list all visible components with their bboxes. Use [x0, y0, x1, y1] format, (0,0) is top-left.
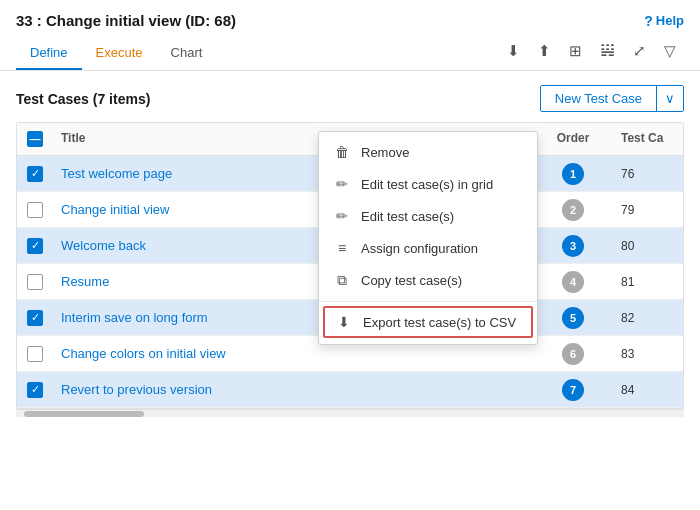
section-header: Test Cases (7 items) New Test Case ∨	[16, 85, 684, 112]
context-menu: 🗑 Remove ✏ Edit test case(s) in grid ✏ E…	[318, 131, 538, 345]
row-4-check[interactable]	[17, 274, 53, 290]
row-4-testcase: 81	[613, 269, 683, 295]
context-menu-remove[interactable]: 🗑 Remove	[319, 136, 537, 168]
help-link[interactable]: ? Help	[644, 13, 684, 29]
row-3-order: 3	[533, 229, 613, 263]
app-container: 33 : Change initial view (ID: 68) ? Help…	[0, 0, 700, 417]
assign-icon: ≡	[333, 240, 351, 256]
row-5-checkbox[interactable]	[27, 310, 43, 326]
row-6-check[interactable]	[17, 346, 53, 362]
row-1-check[interactable]	[17, 166, 53, 182]
section-title: Test Cases (7 items)	[16, 91, 150, 107]
row-1-testcase: 76	[613, 161, 683, 187]
context-menu-export-csv[interactable]: ⬇ Export test case(s) to CSV	[323, 306, 533, 338]
export-csv-icon: ⬇	[335, 314, 353, 330]
header-title-row: 33 : Change initial view (ID: 68) ? Help	[16, 12, 684, 29]
context-menu-assign[interactable]: ≡ Assign configuration	[319, 232, 537, 264]
content-area: Test Cases (7 items) New Test Case ∨ Tit…	[0, 71, 700, 417]
row-6-checkbox[interactable]	[27, 346, 43, 362]
context-menu-copy[interactable]: ⧉ Copy test case(s)	[319, 264, 537, 297]
table-row: Revert to previous version 7 84	[17, 372, 683, 408]
header-order: Order	[533, 129, 613, 149]
copy-icon: ⧉	[333, 272, 351, 289]
header: 33 : Change initial view (ID: 68) ? Help…	[0, 0, 700, 71]
header-testcase: Test Ca	[613, 129, 683, 149]
toolbar-icons: ⬇ ⬆ ⊞ 𝍏 ⤢ ▽	[503, 38, 684, 69]
row-4-order: 4	[533, 265, 613, 299]
row-3-check[interactable]	[17, 238, 53, 254]
row-2-testcase: 79	[613, 197, 683, 223]
edit-case-icon: ✏	[333, 208, 351, 224]
new-test-case-button[interactable]: New Test Case	[541, 86, 656, 111]
row-7-check[interactable]	[17, 382, 53, 398]
tabs-left: Define Execute Chart	[16, 37, 216, 70]
row-2-order-badge: 2	[562, 199, 584, 221]
row-6-order-badge: 6	[562, 343, 584, 365]
tabs-bar: Define Execute Chart ⬇ ⬆ ⊞ 𝍏 ⤢ ▽	[16, 37, 684, 70]
row-1-order-badge: 1	[562, 163, 584, 185]
context-menu-divider	[319, 301, 537, 302]
row-5-order: 5	[533, 301, 613, 335]
tab-chart[interactable]: Chart	[157, 37, 217, 70]
grid-icon[interactable]: ⊞	[565, 40, 586, 62]
row-7-order: 7	[533, 373, 613, 407]
row-4-checkbox[interactable]	[27, 274, 43, 290]
row-2-check[interactable]	[17, 202, 53, 218]
horizontal-scrollbar[interactable]	[16, 409, 684, 417]
trash-icon: 🗑	[333, 144, 351, 160]
page-title: 33 : Change initial view (ID: 68)	[16, 12, 236, 29]
row-7-title[interactable]: Revert to previous version	[53, 376, 533, 403]
filter-icon[interactable]: ▽	[660, 40, 680, 62]
edit-icon[interactable]: 𝍏	[596, 38, 619, 63]
row-1-order: 1	[533, 157, 613, 191]
context-menu-edit[interactable]: ✏ Edit test case(s)	[319, 200, 537, 232]
row-5-testcase: 82	[613, 305, 683, 331]
help-circle-icon: ?	[644, 13, 653, 29]
tab-define[interactable]: Define	[16, 37, 82, 70]
context-menu-edit-grid[interactable]: ✏ Edit test case(s) in grid	[319, 168, 537, 200]
row-4-order-badge: 4	[562, 271, 584, 293]
row-3-testcase: 80	[613, 233, 683, 259]
new-test-case-btn-group: New Test Case ∨	[540, 85, 684, 112]
row-7-checkbox[interactable]	[27, 382, 43, 398]
row-7-testcase: 84	[613, 377, 683, 403]
export-icon[interactable]: ⬆	[534, 40, 555, 62]
select-all-checkbox[interactable]	[27, 131, 43, 147]
row-2-checkbox[interactable]	[27, 202, 43, 218]
import-icon[interactable]: ⬇	[503, 40, 524, 62]
edit-grid-icon: ✏	[333, 176, 351, 192]
row-7-order-badge: 7	[562, 379, 584, 401]
row-3-order-badge: 3	[562, 235, 584, 257]
header-check-cell	[17, 129, 53, 149]
tab-execute[interactable]: Execute	[82, 37, 157, 70]
row-5-order-badge: 5	[562, 307, 584, 329]
scrollbar-thumb[interactable]	[24, 411, 144, 417]
expand-icon[interactable]: ⤢	[629, 40, 650, 62]
row-6-testcase: 83	[613, 341, 683, 367]
row-3-checkbox[interactable]	[27, 238, 43, 254]
row-1-checkbox[interactable]	[27, 166, 43, 182]
new-test-case-dropdown-button[interactable]: ∨	[656, 86, 683, 111]
row-2-order: 2	[533, 193, 613, 227]
row-5-check[interactable]	[17, 310, 53, 326]
row-6-order: 6	[533, 337, 613, 371]
